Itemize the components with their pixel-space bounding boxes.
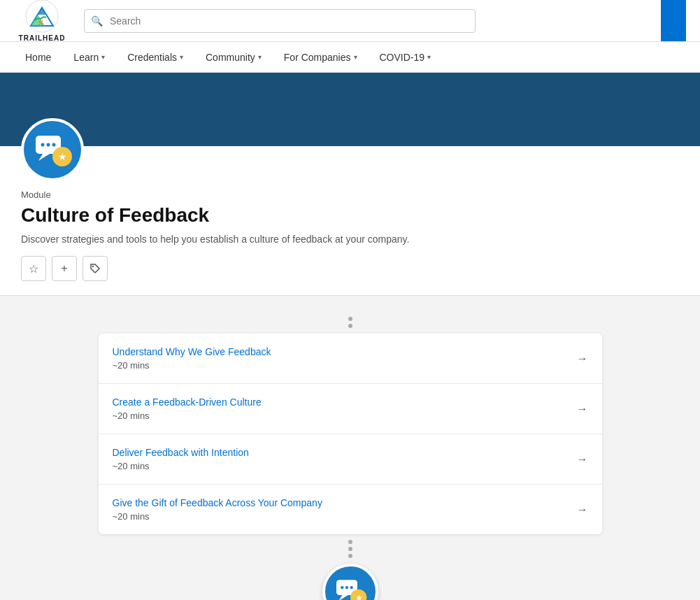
lesson-content: Give the Gift of Feedback Across Your Co… [113,497,570,522]
svg-point-0 [26,0,58,32]
svg-point-19 [350,586,352,589]
svg-text:S: S [38,20,43,27]
lesson-title: Deliver Feedback with Intention [113,447,570,458]
dot [348,554,352,558]
chevron-down-icon: ▾ [180,53,183,61]
lesson-list: Understand Why We Give Feedback ~20 mins… [99,334,602,534]
lesson-item[interactable]: Understand Why We Give Feedback ~20 mins… [99,334,602,384]
module-description: Discover strategies and tools to help yo… [21,234,679,245]
dot [348,317,352,321]
trailhead-logo-icon: S [25,0,59,33]
lesson-content: Create a Feedback-Driven Culture ~20 min… [113,397,570,421]
lesson-title: Understand Why We Give Feedback [113,346,570,357]
search-icon: 🔍 [91,15,103,27]
chevron-down-icon: ▾ [258,53,262,61]
nav-item-home[interactable]: Home [14,42,62,72]
nav-label-learn: Learn [73,52,99,63]
arrow-right-icon: → [577,352,588,365]
svg-point-9 [47,143,50,147]
dot [348,540,352,544]
nav-item-covid[interactable]: COVID-19 ▾ [369,42,443,72]
module-complete-icon: ★ [329,571,371,600]
module-actions: ☆ + [21,256,679,281]
module-label: Module [21,190,679,200]
module-title: Culture of Feedback [21,204,679,227]
dot [348,547,352,551]
header: S TRAILHEAD 🔍 [0,0,700,42]
svg-point-10 [52,143,56,147]
module-icon-circle: ★ [21,118,84,181]
chevron-down-icon: ▾ [354,53,357,61]
lesson-duration: ~20 mins [113,360,570,371]
nav-label-credentials: Credentials [127,52,177,63]
content-area: Understand Why We Give Feedback ~20 mins… [0,296,700,600]
lesson-duration: ~20 mins [113,461,570,471]
svg-point-18 [345,586,348,589]
nav-item-community[interactable]: Community ▾ [194,42,273,72]
tag-icon [90,263,101,274]
user-avatar-bar[interactable] [661,0,686,41]
arrow-right-icon: → [577,453,588,466]
nav-label-covid: COVID-19 [380,52,425,63]
add-button[interactable]: + [52,256,77,281]
svg-text:★: ★ [355,593,362,601]
module-badge-icon: ★ [27,124,78,175]
lesson-item[interactable]: Deliver Feedback with Intention ~20 mins… [99,434,602,485]
chevron-down-icon: ▾ [427,53,431,61]
lesson-duration: ~20 mins [113,410,570,421]
dot [348,324,352,328]
search-bar[interactable]: 🔍 [84,9,476,33]
lesson-title: Create a Feedback-Driven Culture [113,397,570,408]
lesson-content: Understand Why We Give Feedback ~20 mins [113,346,570,371]
nav-bar: Home Learn ▾ Credentials ▾ Community ▾ F… [0,42,700,73]
svg-point-8 [41,143,45,147]
favorite-button[interactable]: ☆ [21,256,46,281]
logo-text: TRAILHEAD [19,34,66,42]
lesson-item[interactable]: Give the Gift of Feedback Across Your Co… [99,485,602,534]
hero-banner [0,73,700,146]
connector-dots-bottom [348,540,352,558]
nav-item-learn[interactable]: Learn ▾ [62,42,116,72]
lesson-content: Deliver Feedback with Intention ~20 mins [113,447,570,471]
bottom-section: ★ ~1 hr 20 mins [320,534,380,600]
lesson-duration: ~20 mins [113,511,570,522]
svg-point-13 [92,266,94,267]
arrow-right-icon: → [577,403,588,415]
module-bottom-badge: ★ [322,564,378,600]
connector-dots-top [348,317,352,328]
logo-area[interactable]: S TRAILHEAD [14,0,70,42]
lesson-title: Give the Gift of Feedback Across Your Co… [113,497,570,508]
tag-button[interactable] [83,256,108,281]
nav-label-home: Home [25,52,51,63]
chevron-down-icon: ▾ [101,53,105,61]
nav-item-credentials[interactable]: Credentials ▾ [116,42,194,72]
svg-point-17 [341,586,343,589]
lesson-item[interactable]: Create a Feedback-Driven Culture ~20 min… [99,384,602,434]
nav-item-for-companies[interactable]: For Companies ▾ [273,42,369,72]
nav-label-community: Community [206,52,255,63]
nav-label-for-companies: For Companies [284,52,351,63]
svg-text:★: ★ [58,151,67,162]
arrow-right-icon: → [577,503,588,516]
search-input[interactable] [84,9,476,33]
